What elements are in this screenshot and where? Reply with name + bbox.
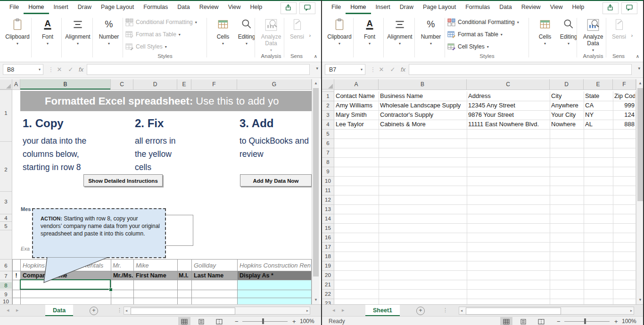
editing-button[interactable]: Editing▾: [555, 16, 582, 59]
share-button[interactable]: [603, 2, 619, 14]
menu-tab-view[interactable]: View: [223, 1, 246, 14]
grid-cell-r2cF[interactable]: 999: [613, 101, 635, 110]
clipboard-button[interactable]: Clipboard▾: [4, 16, 31, 59]
menu-tab-page-layout[interactable]: Page Layout: [418, 1, 461, 14]
grid-cell-r4cC[interactable]: 11111 East Nowhere Blvd.: [468, 120, 549, 129]
row-number-20[interactable]: 20: [322, 272, 334, 278]
example-display-cell[interactable]: Hopkins Construction Rent: [239, 261, 311, 270]
grid-cell-r4cD[interactable]: Nowhere: [551, 120, 583, 129]
scroll-up-icon[interactable]: ▲: [637, 80, 643, 87]
font-button[interactable]: AFont▾: [356, 16, 383, 59]
name-box[interactable]: B8▾: [3, 64, 43, 75]
row-number-8[interactable]: 8: [0, 282, 12, 289]
header-last-name[interactable]: Last Name: [191, 271, 237, 280]
horizontal-scrollbar[interactable]: ◂ ▸: [459, 307, 634, 315]
normal-view-button[interactable]: [178, 317, 190, 325]
menu-tab-page-layout[interactable]: Page Layout: [96, 1, 139, 14]
zoom-level[interactable]: 100%: [622, 317, 636, 325]
menu-tab-home[interactable]: Home: [346, 1, 371, 14]
comments-button[interactable]: [621, 2, 637, 14]
menu-tab-help[interactable]: Help: [568, 1, 589, 14]
menu-tab-formulas[interactable]: Formulas: [461, 1, 495, 14]
header-first-name[interactable]: First Name: [133, 271, 177, 280]
cell-styles-button[interactable]: Cell Styles▾: [125, 41, 167, 52]
row-number-1[interactable]: 1: [322, 93, 334, 99]
scroll-right-icon[interactable]: ▸: [630, 308, 632, 314]
normal-view-button[interactable]: [500, 317, 512, 325]
grid-cell-r1cB[interactable]: Business Name: [380, 91, 466, 101]
column-header-E[interactable]: E: [177, 79, 191, 89]
add-sheet-button[interactable]: +: [90, 307, 98, 315]
column-header-F[interactable]: F: [191, 79, 237, 89]
zoom-slider-thumb[interactable]: [584, 318, 586, 324]
vertical-scrollbar[interactable]: ▲ ▼: [312, 79, 320, 304]
zoom-level[interactable]: 100%: [300, 317, 314, 325]
analyze-data-button[interactable]: Analyze Data▾: [579, 16, 607, 59]
formula-input[interactable]: [87, 64, 310, 75]
row-number-1[interactable]: 1: [0, 110, 12, 116]
grid-cell-r3cD[interactable]: Your City: [551, 110, 583, 120]
fx-icon[interactable]: fx: [398, 64, 408, 75]
scroll-down-icon[interactable]: ▼: [637, 296, 643, 304]
sheet-tab-data[interactable]: Data: [45, 305, 73, 316]
comments-button[interactable]: [299, 2, 315, 14]
scroll-right-icon[interactable]: ▸: [306, 308, 308, 314]
column-header-D[interactable]: D: [550, 79, 584, 89]
tab-nav-left-icon[interactable]: ◂: [7, 307, 9, 313]
row-number-21[interactable]: 21: [322, 281, 334, 288]
enter-check-icon[interactable]: ✓: [388, 64, 397, 75]
menu-tab-data[interactable]: Data: [495, 1, 516, 14]
grid-cell-r4cF[interactable]: 888: [613, 120, 635, 129]
menu-tab-insert[interactable]: Insert: [371, 1, 395, 14]
sheet-tab-sheet1[interactable]: Sheet1: [365, 305, 400, 316]
fill-handle[interactable]: [109, 288, 113, 292]
vertical-scrollbar[interactable]: ▲ ▼: [636, 79, 643, 304]
row-number-6[interactable]: 6: [0, 262, 12, 269]
grid-cell-r3cF[interactable]: 124: [613, 110, 635, 120]
zoom-in-button[interactable]: +: [614, 317, 618, 325]
row-number-22[interactable]: 22: [322, 291, 334, 297]
menu-tab-view[interactable]: View: [545, 1, 568, 14]
menu-tab-file[interactable]: File: [5, 1, 24, 14]
grid-cell-r1cC[interactable]: Address: [468, 91, 549, 101]
row-number-10[interactable]: 10: [322, 178, 334, 184]
tab-nav-left-icon[interactable]: ◂: [332, 307, 335, 313]
scroll-down-icon[interactable]: ▼: [313, 296, 319, 304]
tab-nav-right-icon[interactable]: ▸: [16, 307, 19, 313]
row-number-9[interactable]: 9: [0, 291, 12, 298]
grid-cell-r3cA[interactable]: Mary Smith: [336, 110, 378, 120]
page-layout-view-button[interactable]: [195, 317, 207, 325]
row-number-3[interactable]: 3: [0, 198, 12, 205]
zoom-slider-thumb[interactable]: [262, 318, 264, 324]
grid-cell-r1cA[interactable]: Contact Name: [336, 91, 378, 101]
formula-input[interactable]: [409, 64, 632, 75]
menu-tab-formulas[interactable]: Formulas: [139, 1, 173, 14]
column-header-C[interactable]: C: [467, 79, 550, 89]
alignment-button[interactable]: Alignment▾: [386, 16, 413, 59]
row-number-2[interactable]: 2: [322, 102, 334, 109]
share-button[interactable]: [281, 2, 297, 14]
grid-cell-r2cD[interactable]: Anywhere: [551, 101, 583, 110]
row-number-9[interactable]: 9: [322, 168, 334, 175]
menu-tab-help[interactable]: Help: [246, 1, 267, 14]
add-sheet-button[interactable]: +: [416, 307, 425, 315]
sensitivity-button[interactable]: Sensi: [287, 16, 307, 59]
analyze-data-button[interactable]: Analyze Data▾: [257, 16, 285, 59]
sensitivity-button[interactable]: Sensi: [609, 16, 629, 59]
row-number-15[interactable]: 15: [322, 225, 334, 231]
page-break-view-button[interactable]: [535, 317, 547, 325]
menu-tab-home[interactable]: Home: [24, 1, 49, 14]
column-header-B[interactable]: B: [379, 79, 467, 89]
row-number-4[interactable]: 4: [0, 215, 12, 221]
column-header-C[interactable]: C: [111, 79, 133, 89]
grid-cell-r1cE[interactable]: State: [585, 91, 612, 101]
column-header-D[interactable]: D: [133, 79, 177, 89]
cancel-icon[interactable]: ✕: [55, 64, 64, 75]
menu-tab-draw[interactable]: Draw: [395, 1, 418, 14]
grid-cell-r1cF[interactable]: Zip Code: [614, 91, 635, 101]
scrollbar-thumb[interactable]: [313, 88, 319, 276]
grid-cell-r2cB[interactable]: Wholesale Landscape Supply: [380, 101, 466, 110]
row-number-2[interactable]: 2: [0, 166, 12, 173]
row-number-11[interactable]: 11: [322, 187, 334, 194]
grid-cell-r1cD[interactable]: City: [551, 91, 583, 101]
